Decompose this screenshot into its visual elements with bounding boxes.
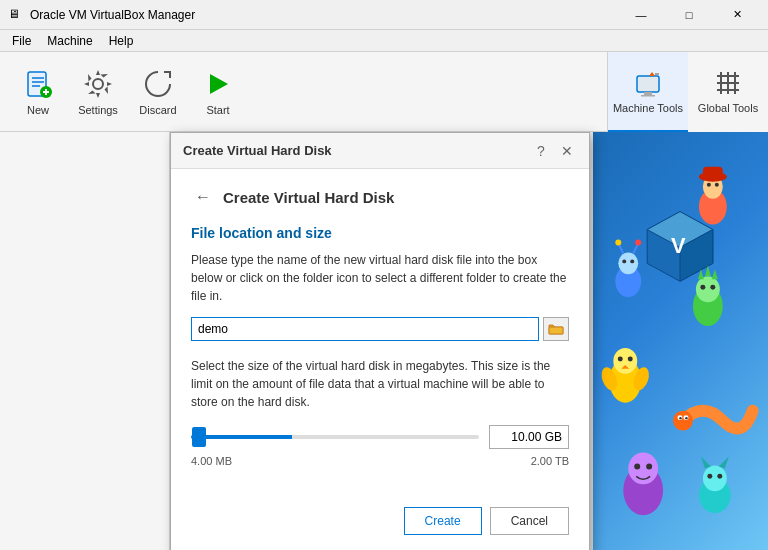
- menu-machine[interactable]: Machine: [39, 32, 100, 50]
- dialog-help-button[interactable]: ?: [531, 141, 551, 161]
- vm-list: [0, 132, 170, 550]
- svg-point-58: [646, 463, 652, 469]
- svg-point-39: [710, 285, 715, 290]
- global-tools-tab[interactable]: Global Tools: [688, 52, 768, 132]
- banner-artwork: V: [593, 132, 768, 550]
- start-button-label: Start: [206, 104, 229, 116]
- dialog-main-title: Create Virtual Hard Disk: [223, 189, 394, 206]
- svg-point-27: [715, 183, 719, 187]
- start-button[interactable]: Start: [188, 57, 248, 127]
- discard-button[interactable]: Discard: [128, 57, 188, 127]
- cancel-button[interactable]: Cancel: [490, 507, 569, 535]
- dialog-controls: ? ✕: [531, 141, 577, 161]
- start-icon: [202, 68, 234, 100]
- menu-file[interactable]: File: [4, 32, 39, 50]
- discard-button-label: Discard: [139, 104, 176, 116]
- settings-icon: [82, 68, 114, 100]
- svg-rect-11: [641, 95, 655, 97]
- title-bar: 🖥 Oracle VM VirtualBox Manager — □ ✕: [0, 0, 768, 30]
- menu-bar: File Machine Help: [0, 30, 768, 52]
- dialog-titlebar: Create Virtual Hard Disk ? ✕: [171, 133, 589, 169]
- folder-browse-button[interactable]: [543, 317, 569, 341]
- svg-point-37: [696, 276, 720, 302]
- svg-point-29: [618, 252, 638, 274]
- svg-point-44: [613, 348, 637, 374]
- svg-marker-42: [712, 269, 718, 279]
- new-icon: [22, 68, 54, 100]
- minimize-button[interactable]: —: [618, 0, 664, 30]
- svg-text:V: V: [671, 233, 686, 258]
- dialog-body: ← Create Virtual Hard Disk File location…: [171, 169, 589, 550]
- svg-marker-64: [719, 456, 729, 468]
- svg-point-45: [618, 356, 623, 361]
- settings-button-label: Settings: [78, 104, 118, 116]
- global-tools-icon: [713, 68, 743, 98]
- menu-help[interactable]: Help: [101, 32, 142, 50]
- svg-rect-25: [703, 167, 723, 179]
- svg-point-38: [700, 285, 705, 290]
- svg-point-54: [685, 417, 687, 419]
- toolbar: New Settings Discard Start: [0, 52, 768, 132]
- section-title: File location and size: [191, 225, 569, 241]
- dialog-header: ← Create Virtual Hard Disk: [191, 185, 569, 209]
- maximize-button[interactable]: □: [666, 0, 712, 30]
- svg-point-7: [93, 79, 103, 89]
- machine-tools-tab[interactable]: Machine Tools: [608, 52, 688, 132]
- svg-point-31: [630, 259, 634, 263]
- description-text: Please type the name of the new virtual …: [191, 251, 569, 305]
- slider-area: 4.00 MB 2.00 TB: [191, 425, 569, 467]
- svg-point-50: [673, 411, 693, 431]
- file-location-row: [191, 317, 569, 341]
- slider-max-label: 2.00 TB: [531, 455, 569, 467]
- tools-panel: Machine Tools Global Tools: [607, 52, 768, 132]
- new-button-label: New: [27, 104, 49, 116]
- svg-marker-8: [210, 74, 228, 94]
- machine-tools-icon: [633, 68, 663, 98]
- dialog-footer: Create Cancel: [191, 507, 569, 535]
- svg-point-33: [615, 239, 621, 245]
- machine-tools-label: Machine Tools: [613, 102, 683, 114]
- app-title: Oracle VM VirtualBox Manager: [30, 8, 618, 22]
- close-button[interactable]: ✕: [714, 0, 760, 30]
- dialog-title: Create Virtual Hard Disk: [183, 143, 332, 158]
- svg-rect-10: [644, 92, 652, 95]
- title-bar-controls: — □ ✕: [618, 0, 760, 30]
- svg-marker-63: [701, 456, 711, 468]
- dialog-close-button[interactable]: ✕: [557, 141, 577, 161]
- svg-point-57: [634, 463, 640, 469]
- svg-point-61: [707, 474, 712, 479]
- svg-point-53: [679, 417, 681, 419]
- slider-labels: 4.00 MB 2.00 TB: [191, 455, 569, 467]
- app-icon: 🖥: [8, 7, 24, 23]
- file-location-input[interactable]: [191, 317, 539, 341]
- slider-min-label: 4.00 MB: [191, 455, 232, 467]
- svg-point-35: [635, 239, 641, 245]
- svg-rect-9: [637, 76, 659, 92]
- svg-point-60: [703, 465, 727, 491]
- size-value-input[interactable]: [489, 425, 569, 449]
- discard-icon: [142, 68, 174, 100]
- svg-rect-65: [549, 327, 563, 334]
- size-description: Select the size of the virtual hard disk…: [191, 357, 569, 411]
- back-button[interactable]: ←: [191, 185, 215, 209]
- global-tools-label: Global Tools: [698, 102, 758, 114]
- svg-point-30: [622, 259, 626, 263]
- dialog: Create Virtual Hard Disk ? ✕ ← Create Vi…: [170, 132, 590, 550]
- svg-point-46: [628, 356, 633, 361]
- right-banner: V: [593, 132, 768, 550]
- folder-icon: [548, 322, 564, 336]
- settings-button[interactable]: Settings: [68, 57, 128, 127]
- svg-point-62: [717, 474, 722, 479]
- size-slider[interactable]: [191, 435, 479, 439]
- svg-point-26: [707, 183, 711, 187]
- new-button[interactable]: New: [8, 57, 68, 127]
- create-button[interactable]: Create: [404, 507, 482, 535]
- slider-row: [191, 425, 569, 449]
